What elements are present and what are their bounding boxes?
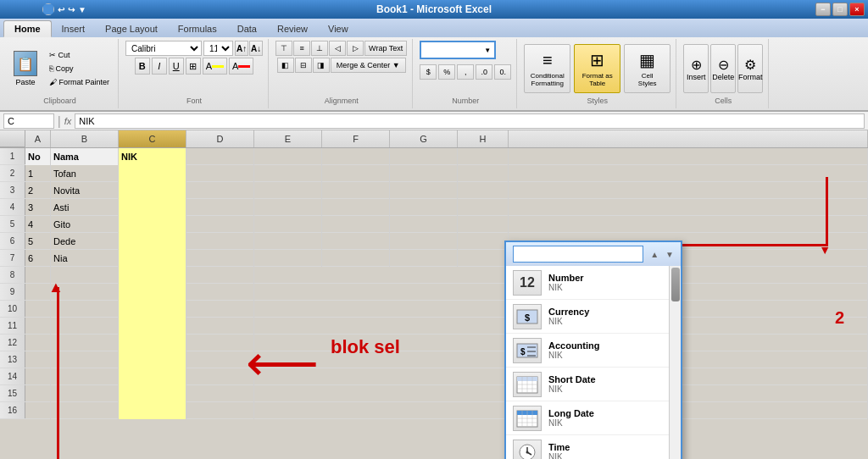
comma-format-btn[interactable]: ,: [457, 64, 474, 80]
cell-d16[interactable]: [186, 402, 254, 419]
cell-d7[interactable]: [186, 250, 254, 267]
nfd-scroll-down[interactable]: ▼: [665, 250, 674, 259]
wrap-text-btn[interactable]: Wrap Text: [364, 41, 407, 56]
cell-e3[interactable]: [254, 182, 322, 199]
cell-d10[interactable]: [186, 301, 254, 318]
nfd-item-accounting[interactable]: $ Accounting NIK: [506, 334, 681, 368]
cell-a16[interactable]: [25, 402, 51, 419]
font-name-select[interactable]: Calibri: [125, 41, 202, 56]
cell-a4[interactable]: 3: [25, 199, 51, 216]
cell-d9[interactable]: [186, 284, 254, 301]
cell-c8[interactable]: [119, 267, 186, 284]
undo-btn[interactable]: ↩: [58, 5, 64, 14]
indent-decrease-btn[interactable]: ◁: [329, 41, 346, 56]
maximize-btn[interactable]: □: [832, 3, 848, 16]
row-header-1[interactable]: 1: [0, 148, 25, 164]
cell-g3[interactable]: [390, 182, 458, 199]
cell-d5[interactable]: [186, 216, 254, 233]
cell-b4[interactable]: Asti: [51, 199, 119, 216]
cell-b1[interactable]: Nama: [51, 148, 119, 165]
row-header-3[interactable]: 3: [0, 182, 25, 198]
border-button[interactable]: ⊞: [186, 58, 201, 75]
nfd-item-time[interactable]: Time NIK: [506, 435, 681, 459]
cell-b14[interactable]: [51, 368, 119, 385]
cell-g1[interactable]: [390, 148, 458, 165]
col-header-d[interactable]: D: [186, 130, 254, 147]
font-size-select[interactable]: 11: [203, 41, 233, 56]
cell-e4[interactable]: [254, 199, 322, 216]
cell-b6[interactable]: Dede: [51, 233, 119, 250]
cell-d3[interactable]: [186, 182, 254, 199]
cell-a6[interactable]: 5: [25, 233, 51, 250]
cell-a1[interactable]: No: [25, 148, 51, 165]
row-header-6[interactable]: 6: [0, 233, 25, 249]
cell-c14[interactable]: [119, 368, 186, 385]
cell-a5[interactable]: 4: [25, 216, 51, 233]
cell-d13[interactable]: [186, 351, 254, 368]
cell-b7[interactable]: Nia: [51, 250, 119, 267]
conditional-formatting-btn[interactable]: ≡ ConditionalFormatting: [524, 44, 570, 93]
cell-a15[interactable]: [25, 385, 51, 402]
indent-increase-btn[interactable]: ▷: [347, 41, 364, 56]
cell-d8[interactable]: [186, 267, 254, 284]
cell-f1[interactable]: [322, 148, 390, 165]
cell-f4[interactable]: [322, 199, 390, 216]
cell-h1[interactable]: [458, 148, 509, 165]
format-as-table-btn[interactable]: ⊞ Format as Table: [574, 44, 620, 93]
cell-a14[interactable]: [25, 368, 51, 385]
fill-color-button[interactable]: A: [203, 58, 227, 75]
cell-d6[interactable]: [186, 233, 254, 250]
cell-h2[interactable]: [458, 165, 509, 182]
formula-input[interactable]: NIK: [75, 113, 865, 129]
number-format-dropdown[interactable]: [420, 41, 496, 59]
cell-g2[interactable]: [390, 165, 458, 182]
cell-c4[interactable]: [119, 199, 186, 216]
nfd-item-long-date[interactable]: Long Date NIK: [506, 401, 681, 435]
cell-h3[interactable]: [458, 182, 509, 199]
cell-h5[interactable]: [458, 216, 509, 233]
cell-a8[interactable]: [25, 267, 51, 284]
nfd-scrollbar[interactable]: [669, 266, 681, 459]
format-painter-button[interactable]: 🖌 Format Painter: [46, 76, 113, 88]
cell-b2[interactable]: Tofan: [51, 165, 119, 182]
cell-a11[interactable]: [25, 318, 51, 335]
tab-insert[interactable]: Insert: [52, 20, 96, 37]
row-header-12[interactable]: 12: [0, 335, 25, 351]
bottom-align-btn[interactable]: ⊥: [311, 41, 328, 56]
row-header-14[interactable]: 14: [0, 368, 25, 384]
insert-cell-btn[interactable]: ⊕ Insert: [683, 44, 709, 93]
cell-b15[interactable]: [51, 385, 119, 402]
cell-a12[interactable]: [25, 335, 51, 351]
cell-f5[interactable]: [322, 216, 390, 233]
cell-b12[interactable]: [51, 335, 119, 351]
cell-h4[interactable]: [458, 199, 509, 216]
col-header-b[interactable]: B: [51, 130, 119, 147]
top-align-btn[interactable]: ⊤: [275, 41, 292, 56]
cell-d11[interactable]: [186, 318, 254, 335]
row-header-16[interactable]: 16: [0, 402, 25, 418]
cell-c10[interactable]: [119, 301, 186, 318]
cell-c6[interactable]: [119, 233, 186, 250]
cell-f6[interactable]: [322, 233, 390, 250]
cell-f7[interactable]: [322, 250, 390, 267]
corner-cell[interactable]: [0, 130, 25, 147]
cell-g6[interactable]: [390, 233, 458, 250]
nfd-item-currency[interactable]: $ Currency NIK: [506, 300, 681, 334]
col-header-h[interactable]: H: [458, 130, 509, 147]
col-header-a[interactable]: A: [25, 130, 51, 147]
cell-a7[interactable]: 6: [25, 250, 51, 267]
cell-a9[interactable]: [25, 284, 51, 301]
format-cell-btn[interactable]: ⚙ Format: [737, 44, 763, 93]
italic-button[interactable]: I: [152, 58, 167, 75]
cell-a2[interactable]: 1: [25, 165, 51, 182]
cell-b16[interactable]: [51, 402, 119, 419]
cell-e2[interactable]: [254, 165, 322, 182]
row-header-9[interactable]: 9: [0, 284, 25, 300]
tab-formulas[interactable]: Formulas: [168, 20, 227, 37]
cell-a3[interactable]: 2: [25, 182, 51, 199]
col-header-c[interactable]: C: [119, 130, 186, 147]
cell-c2[interactable]: [119, 165, 186, 182]
cell-c1[interactable]: NIK: [119, 148, 186, 165]
right-align-btn[interactable]: ◨: [313, 58, 330, 73]
cell-b5[interactable]: Gito: [51, 216, 119, 233]
